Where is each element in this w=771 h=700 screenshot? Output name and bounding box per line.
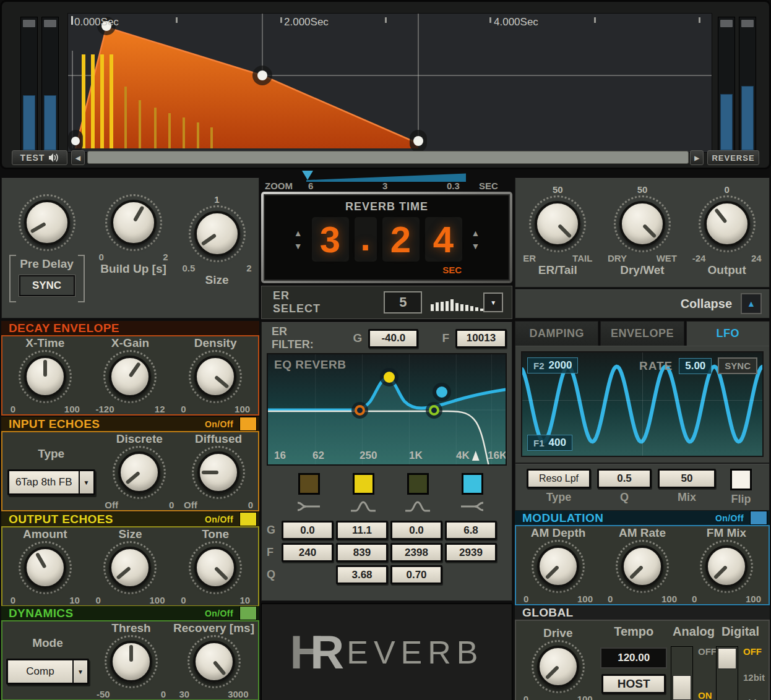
density-knob[interactable]: Density0100	[181, 336, 250, 414]
modulation-onoff-indicator[interactable]	[750, 511, 767, 525]
eq-reverb-graph[interactable]: EQ REVERB 16 62 250 1K 4K 16K	[267, 353, 507, 466]
collapse-button[interactable]: ▲	[741, 293, 762, 314]
knob-dial[interactable]	[187, 635, 241, 688]
predelay-sync-button[interactable]: SYNC	[19, 275, 75, 296]
lfo-f2-field[interactable]: F2 2000	[527, 357, 578, 373]
tone-knob[interactable]: Tone010	[181, 527, 250, 605]
fm-mix-knob[interactable]: FM Mix0100	[692, 526, 761, 604]
tab-damping[interactable]: DAMPING	[515, 321, 598, 346]
er-filter-freq-value[interactable]: 10013	[455, 329, 507, 348]
reverb-time-fine-spinner[interactable]: ▲▼	[472, 229, 480, 250]
scroll-left-button[interactable]: ◀	[71, 150, 85, 165]
lfo-rate-field[interactable]: 5.00	[679, 358, 712, 374]
er-select-value[interactable]: 5	[384, 291, 422, 314]
band4-freq[interactable]: 2939	[445, 543, 497, 562]
knob-dial[interactable]	[105, 635, 158, 688]
x-gain-knob[interactable]: X-Gain-12012	[95, 336, 165, 414]
analog-option-on[interactable]: ON	[698, 690, 717, 700]
scroll-right-button[interactable]: ▶	[690, 150, 704, 165]
lfo-sync-button[interactable]: SYNC	[718, 357, 757, 374]
amount-knob[interactable]: Amount010	[11, 527, 80, 605]
lfo-display[interactable]: F2 2000 RATE 5.00 SYNC F1 400	[521, 351, 764, 457]
er-filter-gain-value[interactable]: -40.0	[368, 329, 418, 348]
band2-gain[interactable]: 11.1	[336, 521, 388, 540]
digital-option-12bit[interactable]: 12bit	[743, 672, 765, 683]
lfo-f1-field[interactable]: F1 400	[527, 435, 572, 451]
am-depth-knob[interactable]: AM Depth0100	[523, 526, 593, 604]
output-knob[interactable]: 0-2424Output	[692, 184, 762, 287]
diffused-knob[interactable]: DiffusedOff0	[184, 432, 253, 510]
band2-q[interactable]: 3.68	[336, 565, 388, 584]
lfo-filter-q[interactable]: 0.5	[597, 469, 652, 489]
analog-switch[interactable]: OFF ON	[671, 646, 717, 700]
er-select-dropdown-button[interactable]: ▼	[483, 292, 503, 312]
tab-envelope[interactable]: ENVELOPE	[600, 321, 684, 346]
reverb-time-coarse-spinner[interactable]: ▲▼	[294, 229, 303, 250]
knob-dial[interactable]	[103, 350, 157, 403]
digital-switch[interactable]: OFF 12bit 8bit	[716, 646, 765, 700]
x-time-knob[interactable]: X-Time0100	[11, 336, 80, 414]
knob-dial[interactable]	[105, 194, 162, 251]
reverb-time-digit[interactable]: 4	[425, 217, 462, 262]
reverb-time-digit[interactable]: 2	[382, 217, 420, 262]
knob-dial[interactable]	[616, 540, 669, 593]
band4-gain[interactable]: 6.8	[445, 521, 497, 540]
band4-color-swatch[interactable]	[462, 473, 483, 495]
eq-band4-handle[interactable]	[436, 386, 447, 398]
band3-q[interactable]: 0.70	[390, 565, 442, 584]
eq-band1-handle[interactable]	[355, 405, 365, 416]
bell-icon[interactable]	[336, 500, 390, 513]
bell-icon[interactable]	[390, 500, 445, 513]
knob-dial[interactable]	[189, 205, 246, 262]
reverse-button[interactable]: REVERSE	[707, 150, 759, 165]
tempo-display[interactable]: 120.00	[600, 647, 667, 668]
analog-option-off[interactable]: OFF	[698, 646, 717, 657]
recovery-knob[interactable]: Recovery [ms]303000	[173, 621, 254, 699]
band2-color-swatch[interactable]	[353, 473, 374, 495]
test-button[interactable]: TEST	[12, 150, 67, 165]
flip-toggle[interactable]	[730, 469, 752, 490]
knob-dial[interactable]	[532, 540, 585, 593]
band1-gain[interactable]: 0.0	[282, 521, 334, 540]
host-button[interactable]: HOST	[601, 674, 666, 694]
low-shelf-icon[interactable]	[282, 500, 336, 513]
output-echoes-onoff-indicator[interactable]	[239, 512, 257, 526]
band1-freq[interactable]: 240	[282, 543, 334, 562]
lfo-filter-type[interactable]: Reso Lpf	[527, 469, 591, 489]
envelope-editor[interactable]: 0.000Sec 2.000Sec 4.000Sec	[67, 13, 712, 153]
knob-dial[interactable]	[189, 350, 242, 403]
am-rate-knob[interactable]: AM Rate0100	[608, 526, 677, 604]
band3-freq[interactable]: 2398	[390, 543, 442, 562]
zoom-thumb[interactable]	[302, 171, 313, 180]
high-shelf-icon[interactable]	[445, 500, 499, 513]
dry-wet-knob[interactable]: 50DRYWETDry/Wet	[608, 184, 677, 287]
band2-freq[interactable]: 839	[336, 543, 388, 562]
size-knob[interactable]: 10.52Size	[183, 194, 252, 318]
lfo-filter-mix[interactable]: 50	[658, 469, 716, 489]
knob-dial[interactable]	[529, 195, 586, 252]
output-size-knob[interactable]: Size0100	[95, 527, 165, 605]
knob-dial[interactable]	[699, 195, 756, 252]
knob-dial[interactable]	[113, 446, 166, 499]
knob-dial[interactable]	[192, 446, 245, 499]
er-tail-knob[interactable]: 50ERTAILER/Tail	[523, 184, 592, 287]
knob-dial[interactable]	[19, 541, 72, 594]
eq-band2-handle[interactable]	[384, 372, 395, 383]
predelay-knob-unit[interactable]: Pre Delay SYNC	[9, 194, 85, 318]
discrete-knob[interactable]: DiscreteOff0	[105, 432, 174, 510]
tab-lfo[interactable]: LFO	[686, 321, 770, 346]
dynamics-mode-dropdown[interactable]: Comp ▼	[6, 659, 89, 685]
knob-dial[interactable]	[189, 541, 242, 594]
digital-switch-handle[interactable]	[718, 648, 736, 669]
drive-knob[interactable]: Drive0100	[520, 626, 596, 700]
band3-color-swatch[interactable]	[407, 473, 429, 495]
dynamics-onoff-indicator[interactable]	[239, 606, 257, 620]
thresh-knob[interactable]: Thresh-500	[97, 621, 166, 699]
input-type-dropdown[interactable]: 6Tap 8th FB ▼	[7, 469, 95, 495]
eq-band3-handle[interactable]	[429, 405, 439, 416]
band3-gain[interactable]: 0.0	[390, 521, 442, 540]
analog-switch-handle[interactable]	[673, 675, 691, 700]
knob-dial[interactable]	[19, 350, 72, 403]
waveform-scrollbar[interactable]	[87, 151, 689, 164]
buildup-knob[interactable]: 02Build Up [s]	[99, 194, 168, 318]
